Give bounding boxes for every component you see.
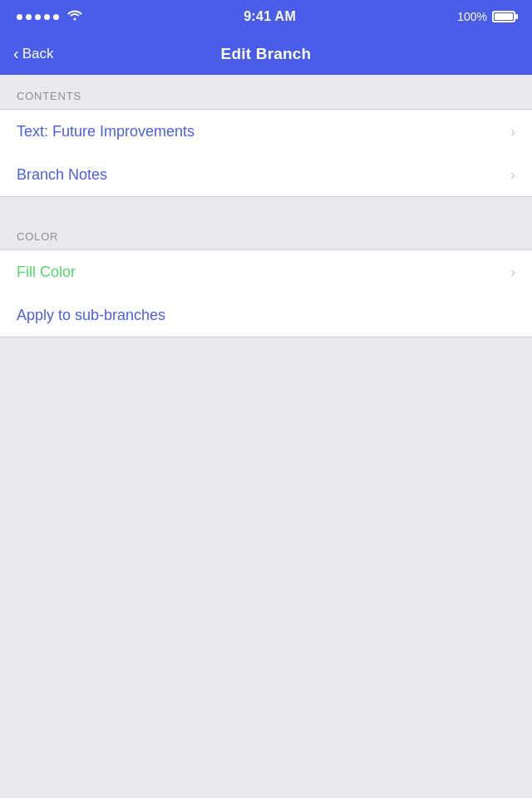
apply-sub-branches-item[interactable]: Apply to sub-branches bbox=[0, 293, 532, 337]
contents-section-header: CONTENTS bbox=[0, 75, 532, 109]
page-title: Edit Branch bbox=[221, 45, 312, 63]
fill-color-item[interactable]: Fill Color › bbox=[0, 250, 532, 293]
contents-section-group: Text: Future Improvements › Branch Notes… bbox=[0, 109, 532, 197]
bottom-area bbox=[0, 337, 532, 570]
chevron-right-icon: › bbox=[510, 123, 515, 140]
color-section-group: Fill Color › Apply to sub-branches bbox=[0, 249, 532, 337]
status-bar-right: 100% bbox=[457, 10, 515, 23]
status-bar-time: 9:41 AM bbox=[244, 9, 296, 24]
signal-dots bbox=[17, 14, 59, 20]
text-future-improvements-item[interactable]: Text: Future Improvements › bbox=[0, 110, 532, 153]
spacer-1 bbox=[0, 197, 532, 215]
signal-dot-2 bbox=[26, 14, 32, 20]
signal-dot-5 bbox=[53, 14, 59, 20]
back-button[interactable]: ‹ Back bbox=[13, 46, 53, 62]
signal-dot-4 bbox=[44, 14, 50, 20]
chevron-right-icon-3: › bbox=[510, 264, 515, 281]
battery-icon bbox=[492, 11, 515, 22]
fill-color-label: Fill Color bbox=[17, 264, 76, 281]
nav-bar: ‹ Back Edit Branch bbox=[0, 33, 532, 75]
status-bar-left bbox=[17, 9, 82, 24]
status-bar: 9:41 AM 100% bbox=[0, 0, 532, 33]
text-future-improvements-label: Text: Future Improvements bbox=[17, 123, 195, 140]
battery-percent: 100% bbox=[457, 10, 487, 23]
branch-notes-item[interactable]: Branch Notes › bbox=[0, 153, 532, 196]
back-chevron-icon: ‹ bbox=[13, 45, 19, 62]
branch-notes-label: Branch Notes bbox=[17, 166, 107, 184]
chevron-right-icon-2: › bbox=[510, 166, 515, 184]
color-section-header: COLOR bbox=[0, 215, 532, 249]
wifi-icon bbox=[67, 9, 82, 24]
apply-sub-branches-label: Apply to sub-branches bbox=[17, 307, 165, 324]
content-area: CONTENTS Text: Future Improvements › Bra… bbox=[0, 75, 532, 337]
signal-dot-3 bbox=[35, 14, 41, 20]
signal-dot-1 bbox=[17, 14, 22, 20]
back-label: Back bbox=[22, 46, 54, 62]
